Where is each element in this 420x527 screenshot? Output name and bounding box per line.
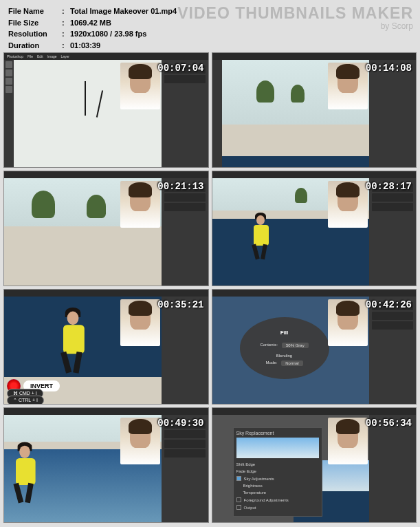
photoshop-menubar [212, 171, 417, 178]
fill-blending-label: Blending [276, 354, 292, 358]
photoshop-panels [369, 178, 416, 286]
fill-mode-label: Mode: [265, 361, 277, 366]
fill-mode-dropdown[interactable]: Normal [281, 361, 302, 366]
file-metadata: File Name : Total Image Makeover 01.mp4 … [8, 6, 177, 51]
fill-dialog-title: Fill [280, 330, 289, 336]
resolution-label: Resolution [8, 28, 62, 40]
timestamp: 00:35:21 [157, 299, 203, 310]
fill-contents-dropdown[interactable]: 50% Gray [282, 343, 309, 348]
presenter-overlay [120, 181, 160, 228]
thumbnail-grid: Photoshop File Edit Image Layer 00:07:04 [3, 52, 417, 523]
thumbnail-8: Sky Replacement Shift Edge Fade Edge Sky… [212, 407, 417, 523]
timestamp: 00:28:17 [366, 181, 412, 192]
thumbnail-2: 00:14:08 [212, 52, 417, 168]
photoshop-menubar [4, 171, 208, 178]
watermark: VIDEO THUMBNAILS MAKER by Scorp [177, 4, 413, 31]
photoshop-panels [162, 178, 208, 286]
sky-preview [236, 438, 319, 458]
checkbox-icon[interactable] [236, 476, 241, 481]
fill-dialog: Fill Contents: 50% Gray Blending Mode: N… [240, 317, 329, 379]
watermark-subtitle: by Scorp [177, 21, 413, 31]
checkbox-icon[interactable] [236, 497, 241, 502]
fill-contents-label: Contents: [260, 343, 278, 348]
thumbnail-3: 00:21:13 [3, 171, 209, 286]
photoshop-toolbar [4, 60, 14, 167]
thumbnail-4: 00:28:17 [212, 171, 417, 286]
thumbnail-6: Fill Contents: 50% Gray Blending Mode: N… [212, 289, 417, 405]
photoshop-panels [162, 60, 208, 167]
photoshop-panels [162, 297, 208, 404]
presenter-overlay [328, 299, 368, 346]
timestamp: 00:56:34 [366, 418, 412, 429]
photoshop-panels [369, 415, 416, 522]
presenter-overlay [120, 299, 160, 346]
timestamp: 00:14:08 [366, 63, 412, 74]
duration-value: 01:03:39 [70, 40, 100, 52]
filename-label: File Name [8, 6, 62, 17]
filesize-value: 1069.42 MB [70, 17, 111, 29]
timestamp: 00:49:30 [157, 418, 203, 429]
presenter-overlay [328, 63, 368, 109]
sky-dialog-title: Sky Replacement [236, 431, 319, 435]
photoshop-menubar [212, 408, 417, 415]
photoshop-menubar [4, 290, 208, 297]
watermark-title: VIDEO THUMBNAILS MAKER [177, 4, 413, 23]
thumbnail-7: 00:49:30 [3, 407, 209, 523]
presenter-overlay [120, 418, 160, 464]
timestamp: 00:21:13 [157, 181, 203, 192]
timestamp: 00:42:26 [366, 299, 412, 310]
thumbnail-1: Photoshop File Edit Image Layer 00:07:04 [3, 52, 209, 168]
win-shortcut: ⌃ CTRL + I [7, 396, 44, 404]
photoshop-panels [369, 297, 416, 404]
resolution-value: 1920x1080 / 23.98 fps [70, 28, 146, 40]
checkbox-icon[interactable] [236, 505, 241, 510]
thumbnail-5: INVERT ⌘ CMD + I ⌃ CTRL + I 00:35:21 [3, 289, 209, 405]
presenter-overlay [120, 63, 160, 109]
filesize-label: File Size [8, 17, 62, 29]
photoshop-menubar: Photoshop File Edit Image Layer [4, 53, 208, 60]
timestamp: 00:07:04 [157, 63, 203, 74]
duration-label: Duration [8, 40, 62, 52]
photoshop-menubar [212, 53, 417, 60]
photoshop-panels [369, 60, 416, 167]
presenter-overlay [328, 181, 368, 228]
photoshop-toolbar [212, 60, 222, 167]
sky-replacement-dialog: Sky Replacement Shift Edge Fade Edge Sky… [233, 427, 322, 517]
presenter-overlay [328, 418, 368, 464]
filename-value: Total Image Makeover 01.mp4 [70, 6, 177, 17]
photoshop-menubar [4, 408, 208, 415]
photoshop-menubar [212, 290, 417, 297]
photoshop-panels [162, 415, 208, 522]
